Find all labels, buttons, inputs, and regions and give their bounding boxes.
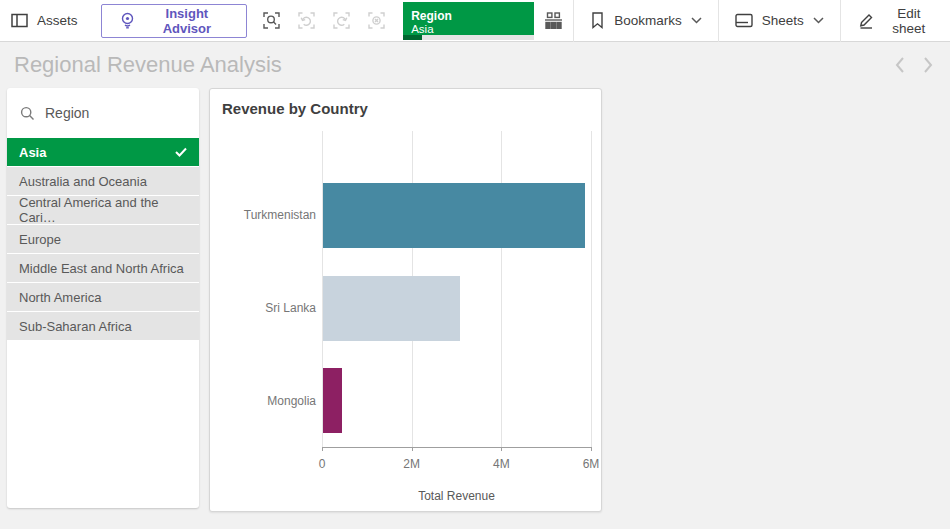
edit-pencil-icon <box>857 12 875 29</box>
selections-tool-icon[interactable] <box>534 3 573 38</box>
sheet-titlebar: Regional Revenue Analysis <box>0 42 950 88</box>
insight-advisor-label: Insight Advisor <box>145 6 230 36</box>
filter-header: Region <box>7 88 199 138</box>
x-axis-title: Total Revenue <box>357 489 557 503</box>
gridline <box>501 131 502 447</box>
list-item-label: Middle East and North Africa <box>19 261 184 276</box>
insight-advisor-icon <box>119 12 136 29</box>
list-item-label: North America <box>19 290 101 305</box>
bookmarks-button[interactable]: Bookmarks <box>574 0 718 41</box>
list-item-middle-east-and-north-africa[interactable]: Middle East and North Africa <box>7 254 199 282</box>
selection-chip-region[interactable]: Region Asia <box>403 2 534 40</box>
list-item-label: Sub-Saharan Africa <box>19 319 132 334</box>
sheets-icon <box>735 13 753 28</box>
top-toolbar: Assets Insight Advisor <box>0 0 950 42</box>
checkmark-icon <box>175 147 187 157</box>
list-item-label: Central America and the Cari… <box>19 195 187 225</box>
chevron-down-icon <box>691 17 702 24</box>
gridline <box>591 131 592 447</box>
list-item-europe[interactable]: Europe <box>7 225 199 253</box>
list-item-australia-and-oceania[interactable]: Australia and Oceania <box>7 167 199 195</box>
category-label: Turkmenistan <box>210 208 316 222</box>
region-filter-pane: Region AsiaAustralia and OceaniaCentral … <box>7 88 199 508</box>
list-item-north-america[interactable]: North America <box>7 283 199 311</box>
assets-panel-icon <box>11 13 28 28</box>
selection-progress-fill <box>403 35 421 40</box>
x-tick-label: 0 <box>300 457 344 471</box>
bar-sri-lanka[interactable] <box>323 276 460 341</box>
edit-sheet-label: Edit sheet <box>884 6 934 36</box>
list-item-label: Europe <box>19 232 61 247</box>
sheets-label: Sheets <box>762 13 804 28</box>
category-label: Sri Lanka <box>210 301 316 315</box>
category-label: Mongolia <box>210 394 316 408</box>
chevron-right-icon[interactable] <box>922 56 934 74</box>
selection-chip-field: Region <box>411 9 526 23</box>
redo-icon[interactable] <box>324 3 359 38</box>
chevron-down-icon <box>813 17 824 24</box>
region-list: AsiaAustralia and OceaniaCentral America… <box>7 138 199 340</box>
clear-selections-icon[interactable] <box>359 3 394 38</box>
search-icon[interactable] <box>20 106 35 121</box>
x-tick-label: 4M <box>479 457 523 471</box>
assets-button[interactable]: Assets <box>0 0 90 41</box>
selection-progress-bar <box>403 35 534 40</box>
chevron-left-icon[interactable] <box>894 56 906 74</box>
list-item-central-america-and-the-cari[interactable]: Central America and the Cari… <box>7 196 199 224</box>
list-item-label: Asia <box>19 145 46 160</box>
revenue-chart-card: Revenue by Country 02M4M6MTurkmenistanSr… <box>209 88 602 512</box>
x-axis-line <box>322 447 592 448</box>
insight-advisor-button[interactable]: Insight Advisor <box>101 4 248 38</box>
filter-title: Region <box>45 105 89 121</box>
edit-sheet-button[interactable]: Edit sheet <box>841 0 950 41</box>
list-item-sub-saharan-africa[interactable]: Sub-Saharan Africa <box>7 312 199 340</box>
bar-turkmenistan[interactable] <box>323 183 585 248</box>
assets-label: Assets <box>37 13 78 28</box>
bar-mongolia[interactable] <box>323 368 342 433</box>
bookmarks-label: Bookmarks <box>614 13 682 28</box>
x-tick-label: 6M <box>569 457 613 471</box>
page-title: Regional Revenue Analysis <box>14 52 282 78</box>
list-item-asia[interactable]: Asia <box>7 138 199 166</box>
smart-search-icon[interactable] <box>254 3 289 38</box>
sheets-button[interactable]: Sheets <box>719 0 840 41</box>
undo-icon[interactable] <box>289 3 324 38</box>
list-item-label: Australia and Oceania <box>19 174 147 189</box>
bookmark-icon <box>590 12 605 29</box>
bar-chart-plot: 02M4M6MTurkmenistanSri LankaMongoliaTota… <box>210 89 601 511</box>
x-tick-label: 2M <box>390 457 434 471</box>
